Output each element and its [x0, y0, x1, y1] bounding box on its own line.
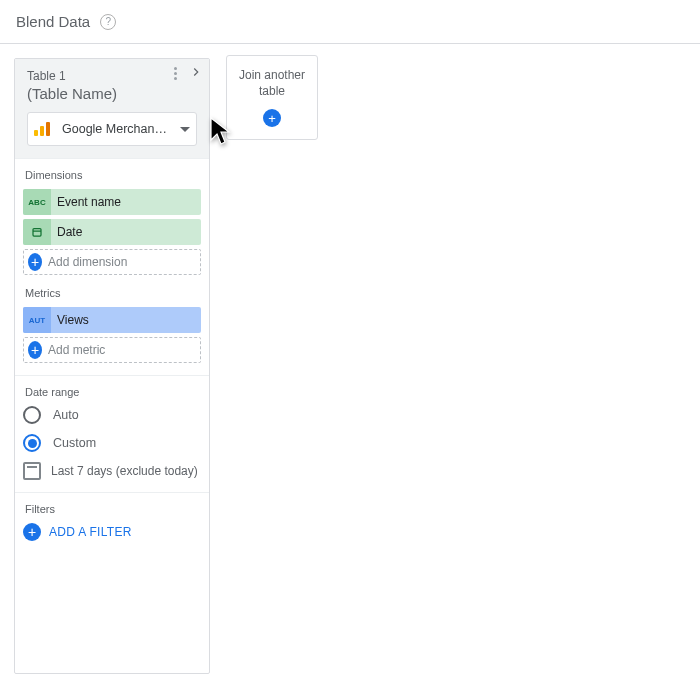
date-type-icon	[23, 219, 51, 245]
metrics-section: Metrics AUT Views + Add metric	[15, 287, 209, 375]
table-card: Table 1 (Table Name) Google Merchan… Dim…	[14, 58, 210, 674]
date-custom-label: Custom	[53, 436, 96, 450]
date-range-auto-radio[interactable]: Auto	[23, 406, 201, 424]
calendar-icon	[23, 462, 41, 480]
metric-name: Views	[51, 313, 89, 327]
dimensions-section: Dimensions ABC Event name Date + Add dim…	[15, 158, 209, 287]
add-metric-button[interactable]: + Add metric	[23, 337, 201, 363]
date-range-value-display[interactable]: Last 7 days (exclude today)	[23, 462, 201, 480]
dimension-name: Date	[51, 225, 82, 239]
auto-type-icon: AUT	[23, 307, 51, 333]
more-icon[interactable]	[167, 65, 183, 81]
radio-checked-icon	[23, 434, 41, 452]
add-dimension-label: Add dimension	[48, 255, 127, 269]
blend-canvas: Table 1 (Table Name) Google Merchan… Dim…	[0, 44, 700, 688]
plus-icon: +	[23, 523, 41, 541]
plus-icon: +	[28, 341, 42, 359]
metrics-label: Metrics	[23, 287, 201, 299]
add-filter-button[interactable]: + ADD A FILTER	[23, 523, 201, 541]
help-icon[interactable]: ?	[100, 14, 116, 30]
table-name[interactable]: (Table Name)	[27, 85, 197, 102]
plus-icon: +	[28, 253, 42, 271]
add-metric-label: Add metric	[48, 343, 105, 357]
page-title: Blend Data	[16, 13, 90, 30]
app-header: Blend Data ?	[0, 0, 700, 44]
caret-down-icon	[180, 127, 190, 132]
join-another-table-card[interactable]: Join another table +	[226, 55, 318, 140]
plus-icon: +	[263, 109, 281, 127]
filters-section: Filters + ADD A FILTER	[15, 492, 209, 553]
analytics-icon	[34, 122, 56, 136]
add-dimension-button[interactable]: + Add dimension	[23, 249, 201, 275]
dimensions-label: Dimensions	[23, 169, 201, 181]
metric-chip[interactable]: AUT Views	[23, 307, 201, 333]
date-range-section: Date range Auto Custom Last 7 days (excl…	[15, 375, 209, 492]
radio-unchecked-icon	[23, 406, 41, 424]
dimension-chip[interactable]: ABC Event name	[23, 189, 201, 215]
date-value: Last 7 days (exclude today)	[51, 464, 198, 478]
spacer	[15, 553, 209, 673]
text-type-icon: ABC	[23, 189, 51, 215]
add-filter-label: ADD A FILTER	[49, 525, 132, 539]
table-header: Table 1 (Table Name) Google Merchan…	[15, 59, 209, 158]
date-range-label: Date range	[23, 386, 201, 398]
data-source-select[interactable]: Google Merchan…	[27, 112, 197, 146]
dimension-name: Event name	[51, 195, 121, 209]
svg-rect-0	[33, 229, 41, 237]
data-source-name: Google Merchan…	[62, 122, 174, 136]
join-card-label: Join another table	[233, 68, 311, 99]
dimension-chip[interactable]: Date	[23, 219, 201, 245]
chevron-right-icon[interactable]	[187, 63, 205, 81]
date-auto-label: Auto	[53, 408, 79, 422]
filters-label: Filters	[23, 503, 201, 515]
date-range-custom-radio[interactable]: Custom	[23, 434, 201, 452]
